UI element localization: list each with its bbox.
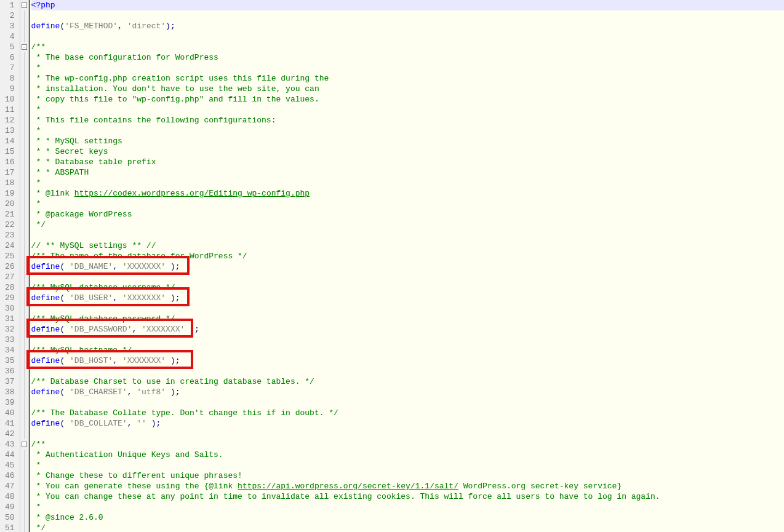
line-number[interactable]: 12 bbox=[5, 115, 15, 125]
code-line[interactable]: * * ABSPATH bbox=[31, 167, 784, 178]
code-line[interactable]: /** Database Charset to use in creating … bbox=[31, 376, 784, 387]
line-number[interactable]: 10 bbox=[5, 94, 15, 105]
line-number[interactable]: 34 bbox=[5, 345, 15, 355]
line-number[interactable]: 29 bbox=[5, 293, 15, 303]
code-line[interactable]: * bbox=[31, 502, 784, 512]
code-line[interactable] bbox=[31, 31, 784, 42]
code-line[interactable]: /** The name of the database for WordPre… bbox=[31, 251, 784, 261]
line-number[interactable]: 14 bbox=[5, 136, 15, 146]
code-line[interactable]: define( 'DB_NAME', 'XXXXXXX' ); bbox=[31, 261, 784, 272]
line-number[interactable]: 15 bbox=[5, 146, 15, 157]
code-line[interactable] bbox=[31, 335, 784, 345]
line-number[interactable]: 17 bbox=[5, 167, 15, 178]
line-number[interactable]: 36 bbox=[5, 366, 15, 376]
line-number[interactable]: 39 bbox=[5, 397, 15, 408]
code-line[interactable]: /** MySQL hostname */ bbox=[31, 345, 784, 355]
line-number[interactable]: 27 bbox=[5, 272, 15, 282]
code-line[interactable]: /** bbox=[31, 439, 784, 450]
line-number[interactable]: 1 bbox=[5, 0, 15, 10]
line-number[interactable]: 38 bbox=[5, 387, 15, 397]
code-line[interactable]: * bbox=[31, 125, 784, 136]
code-line[interactable]: * Authentication Unique Keys and Salts. bbox=[31, 450, 784, 460]
line-number[interactable]: 20 bbox=[5, 199, 15, 209]
code-line[interactable] bbox=[31, 303, 784, 314]
code-line[interactable] bbox=[31, 397, 784, 408]
code-line[interactable]: * installation. You don't have to use th… bbox=[31, 84, 784, 94]
code-line[interactable]: /** MySQL database username */ bbox=[31, 282, 784, 293]
line-number[interactable]: 30 bbox=[5, 303, 15, 314]
line-number[interactable]: 41 bbox=[5, 418, 15, 429]
code-line[interactable]: * The wp-config.php creation script uses… bbox=[31, 73, 784, 84]
line-number[interactable]: 32 bbox=[5, 324, 15, 335]
code-line[interactable]: define( 'DB_COLLATE', '' ); bbox=[31, 418, 784, 429]
code-line[interactable]: define('FS_METHOD', 'direct'); bbox=[31, 21, 784, 31]
line-number[interactable]: 25 bbox=[5, 251, 15, 261]
line-number[interactable]: 2 bbox=[5, 10, 15, 21]
line-number[interactable]: 47 bbox=[5, 481, 15, 491]
line-number[interactable]: 7 bbox=[5, 63, 15, 73]
code-line[interactable] bbox=[31, 366, 784, 376]
line-number[interactable]: 43 bbox=[5, 439, 15, 450]
fold-column[interactable]: --- bbox=[20, 0, 29, 532]
code-line[interactable]: * bbox=[31, 460, 784, 470]
code-line[interactable]: * bbox=[31, 178, 784, 188]
code-line[interactable]: define( 'DB_PASSWORD', 'XXXXXXX' ); bbox=[31, 324, 784, 335]
code-line[interactable]: * bbox=[31, 105, 784, 115]
code-line[interactable]: * You can change these at any point in t… bbox=[31, 491, 784, 502]
code-line[interactable] bbox=[31, 10, 784, 21]
code-line[interactable]: */ bbox=[31, 523, 784, 532]
line-number[interactable]: 51 bbox=[5, 523, 15, 532]
line-number[interactable]: 45 bbox=[5, 460, 15, 470]
line-number[interactable]: 18 bbox=[5, 178, 15, 188]
code-line[interactable]: /** The Database Collate type. Don't cha… bbox=[31, 408, 784, 418]
code-line[interactable]: * * MySQL settings bbox=[31, 136, 784, 146]
code-line[interactable]: define( 'DB_CHARSET', 'utf8' ); bbox=[31, 387, 784, 397]
code-line[interactable]: * @package WordPress bbox=[31, 209, 784, 220]
code-line[interactable]: <?php bbox=[31, 0, 784, 10]
line-number[interactable]: 16 bbox=[5, 157, 15, 167]
line-number[interactable]: 50 bbox=[5, 512, 15, 523]
line-number[interactable]: 5 bbox=[5, 42, 15, 52]
code-line[interactable]: */ bbox=[31, 220, 784, 230]
fold-toggle-icon[interactable]: - bbox=[22, 442, 27, 447]
code-line[interactable]: define( 'DB_USER', 'XXXXXXX' ); bbox=[31, 293, 784, 303]
line-number[interactable]: 33 bbox=[5, 335, 15, 345]
code-line[interactable]: * * Secret keys bbox=[31, 146, 784, 157]
line-number[interactable]: 37 bbox=[5, 376, 15, 387]
code-line[interactable]: // ** MySQL settings ** // bbox=[31, 240, 784, 251]
code-line[interactable] bbox=[31, 429, 784, 439]
code-line[interactable]: define( 'DB_HOST', 'XXXXXXX' ); bbox=[31, 355, 784, 366]
line-number[interactable]: 28 bbox=[5, 282, 15, 293]
line-number[interactable]: 42 bbox=[5, 429, 15, 439]
line-number[interactable]: 6 bbox=[5, 52, 15, 63]
line-number[interactable]: 11 bbox=[5, 105, 15, 115]
line-number[interactable]: 46 bbox=[5, 470, 15, 481]
code-line[interactable]: * @link https://codex.wordpress.org/Edit… bbox=[31, 188, 784, 199]
code-line[interactable]: * @since 2.6.0 bbox=[31, 512, 784, 523]
code-line[interactable]: * The base configuration for WordPress bbox=[31, 52, 784, 63]
line-number[interactable]: 49 bbox=[5, 502, 15, 512]
line-number-gutter[interactable]: 1234567891011121314151617181920212223242… bbox=[0, 0, 20, 532]
code-line[interactable]: /** bbox=[31, 42, 784, 52]
line-number[interactable]: 21 bbox=[5, 209, 15, 220]
line-number[interactable]: 13 bbox=[5, 125, 15, 136]
line-number[interactable]: 44 bbox=[5, 450, 15, 460]
code-line[interactable]: * bbox=[31, 63, 784, 73]
code-line[interactable] bbox=[31, 272, 784, 282]
code-line[interactable]: /** MySQL database password */ bbox=[31, 314, 784, 324]
fold-toggle-icon[interactable]: - bbox=[22, 44, 27, 50]
line-number[interactable]: 23 bbox=[5, 230, 15, 240]
code-line[interactable]: * This file contains the following confi… bbox=[31, 115, 784, 125]
code-line[interactable]: * Change these to different unique phras… bbox=[31, 470, 784, 481]
line-number[interactable]: 31 bbox=[5, 314, 15, 324]
line-number[interactable]: 3 bbox=[5, 21, 15, 31]
code-line[interactable] bbox=[31, 230, 784, 240]
line-number[interactable]: 35 bbox=[5, 355, 15, 366]
code-line[interactable]: * bbox=[31, 199, 784, 209]
line-number[interactable]: 8 bbox=[5, 73, 15, 84]
line-number[interactable]: 40 bbox=[5, 408, 15, 418]
code-line[interactable]: * copy this file to "wp-config.php" and … bbox=[31, 94, 784, 105]
line-number[interactable]: 19 bbox=[5, 188, 15, 199]
line-number[interactable]: 22 bbox=[5, 220, 15, 230]
line-number[interactable]: 26 bbox=[5, 261, 15, 272]
